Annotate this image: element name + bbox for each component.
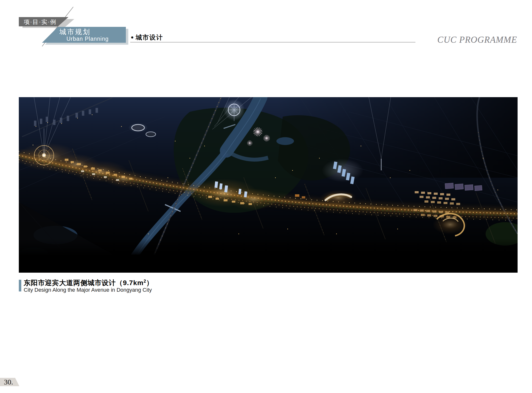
caption-accent-bar: [19, 280, 21, 291]
section-heading: ●城市设计: [131, 33, 163, 42]
header-rule: [130, 42, 415, 42]
night-aerial-render: [19, 97, 518, 273]
caption-superscript: 2: [143, 279, 146, 284]
category-title-en: Urban Planning: [66, 36, 109, 42]
page-number: 30.: [0, 378, 19, 386]
caption-title-zh-close: ）: [146, 279, 153, 287]
caption-title-en: City Design Along the Major Avenue in Do…: [24, 287, 152, 293]
letterbox-band: [19, 255, 518, 273]
programme-wordmark: CUC PROGRAMME: [437, 34, 517, 45]
bullet-icon: ●: [131, 34, 134, 40]
bottom-fade: [19, 239, 518, 256]
night-aerial-render-svg: [19, 97, 518, 273]
brochure-page: 项·目·实·例 城市规划 Urban Planning ●城市设计 CUC PR…: [0, 0, 532, 393]
category-title-zh: 城市规划: [59, 27, 91, 37]
section-heading-text: 城市设计: [136, 34, 163, 41]
caption-title-zh: 东阳市迎宾大道两侧城市设计（9.7km2）: [24, 278, 153, 288]
caption-title-zh-text: 东阳市迎宾大道两侧城市设计（9.7km: [24, 279, 143, 287]
page-number-tab: 30.: [0, 378, 19, 386]
